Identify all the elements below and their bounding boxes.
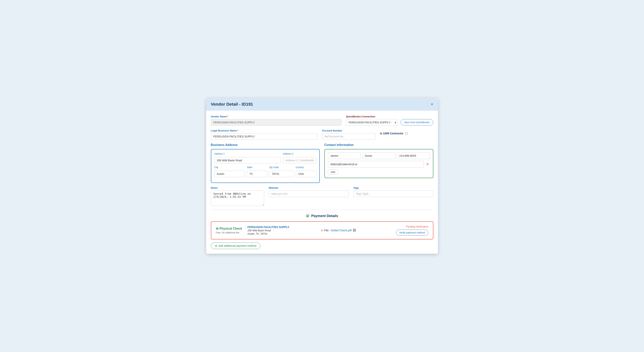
notes-label: Notes [211,186,264,189]
contact-email-row: ✕ [328,161,430,168]
payment-vendor-name: FERGUSON FACILITIES SUPPLY [248,225,316,229]
account-number-group: Account Number [322,129,376,140]
address1-input[interactable] [214,157,281,164]
country-label: Country [296,166,316,169]
address-line1-row: Address 1 Address 2 [214,153,316,164]
address1-label: Address 1 [214,153,281,155]
payment-address-line1: 206 Wild Basin Road [248,229,316,232]
state-label: State [247,166,267,169]
payment-status-col: Pending Verification Verify payment meth… [394,225,428,236]
quickbooks-row: FERGUSON FACILITIES SUPPLY - Au... ▾ Syn… [346,119,433,126]
vendor-name-group: Vendor Name* [211,115,342,126]
country-group: Country [296,166,316,177]
notes-group: Notes Synced from QBOnline on 2/9/2024, … [211,186,264,206]
divider [211,210,433,210]
payment-method-fee: Free. No additional fee. [216,231,243,234]
address2-group: Address 2 [283,153,316,164]
envelope-icon: ✉ [216,227,218,231]
modal-body: Vendor Name* QuickBooks Connection FERGU… [206,110,438,254]
quickbooks-group: QuickBooks Connection FERGUSON FACILITIE… [346,115,433,126]
file-link[interactable]: Voided Check.pdf [330,229,352,232]
contact-first-name-input[interactable] [328,153,361,159]
payment-address-line2: Austin, TX, 78741 [248,232,316,235]
address2-input[interactable] [283,157,316,164]
contact-section: Contact Information ✕ Add [324,143,433,183]
vendor-detail-modal: Vendor Detail - ID191 × Vendor Name* Qui… [206,98,438,254]
state-input[interactable] [247,171,267,177]
remove-contact-button[interactable]: ✕ [426,162,430,166]
contact-email-input[interactable] [328,161,424,168]
business-address-title: Business Address [211,143,320,147]
add-contact-button[interactable]: Add [328,170,338,175]
payment-method-col: ✉ Physical Check Free. No additional fee… [216,227,243,234]
vendor-name-label: Vendor Name* [211,115,342,118]
zip-group: Zip Code [269,166,294,177]
contractor-group: Is 1099 Contractor [380,129,433,135]
contractor-label: Is 1099 Contractor [380,132,404,135]
city-group: City [214,166,245,177]
close-button[interactable]: × [431,102,433,106]
contractor-row: Is 1099 Contractor [380,132,433,135]
qb-select-wrap: FERGUSON FACILITIES SUPPLY - Au... ▾ [346,119,398,126]
tags-label: Tags [354,186,433,189]
file-label: File: [324,229,329,232]
payment-address-col: FERGUSON FACILITIES SUPPLY 206 Wild Basi… [248,225,316,235]
quickbooks-select[interactable]: FERGUSON FACILITIES SUPPLY - Au... [346,119,398,126]
payment-section-title: Payment Details [311,214,338,218]
bank-icon: 🏛 [306,214,310,218]
contact-title: Contact Information [324,143,433,147]
quickbooks-label: QuickBooks Connection [346,115,433,118]
sync-quickbooks-button[interactable]: Sync from QuickBooks [400,119,433,126]
website-group: Website [269,186,349,197]
zip-label: Zip Code [269,166,294,169]
city-label: City [214,166,245,169]
address-box: Address 1 Address 2 City [211,149,320,183]
bottom-row: ⊕ Add additional payment method [211,242,433,249]
modal-header: Vendor Detail - ID191 × [206,98,438,110]
contractor-checkbox[interactable] [405,132,408,135]
vendor-name-qb-row: Vendor Name* QuickBooks Connection FERGU… [211,115,433,126]
payment-file-col: ✕ File: Voided Check.pdf 🖼 [320,229,389,232]
modal-title: Vendor Detail - ID191 [211,102,253,107]
contact-name-row [328,153,430,159]
payment-method-name: ✉ Physical Check [216,227,243,231]
account-number-label: Account Number [322,129,376,132]
legal-name-input[interactable] [211,133,318,140]
account-number-input[interactable] [322,133,376,140]
legal-name-group: Legal Business Name* [211,129,318,140]
state-group: State [247,166,267,177]
contact-last-name-input[interactable] [362,153,395,159]
contact-phone-input[interactable] [397,153,430,159]
plus-icon: ⊕ [215,244,217,247]
contact-box: ✕ Add [324,149,433,178]
payment-card: ✉ Physical Check Free. No additional fee… [211,221,433,239]
tags-group: Tags [354,186,433,197]
legal-name-label: Legal Business Name* [211,129,318,132]
verify-payment-button[interactable]: Verify payment method [396,230,428,236]
address1-group: Address 1 [214,153,281,164]
city-state-row: City State Zip Code Country [214,166,316,177]
payment-header: 🏛 Payment Details [211,214,433,218]
business-address-section: Business Address Address 1 Address 2 [211,143,320,183]
address2-label: Address 2 [283,153,316,155]
address-contact-row: Business Address Address 1 Address 2 [211,143,433,183]
file-remove-icon[interactable]: ✕ [320,229,323,232]
legal-name-row: Legal Business Name* Account Number Is 1… [211,129,433,140]
city-input[interactable] [214,171,245,177]
website-input[interactable] [269,190,349,197]
add-payment-button[interactable]: ⊕ Add additional payment method [211,242,260,249]
notes-website-tags-row: Notes Synced from QBOnline on 2/9/2024, … [211,186,433,206]
vendor-name-input [211,119,342,126]
website-label: Website [269,186,349,189]
zip-input[interactable] [269,171,294,177]
pending-status: Pending Verification [406,225,428,228]
image-icon: 🖼 [353,229,356,232]
tags-input[interactable] [354,190,433,197]
notes-textarea[interactable]: Synced from QBOnline on 2/9/2024, 1:55:5… [211,190,264,206]
country-input[interactable] [296,171,316,177]
